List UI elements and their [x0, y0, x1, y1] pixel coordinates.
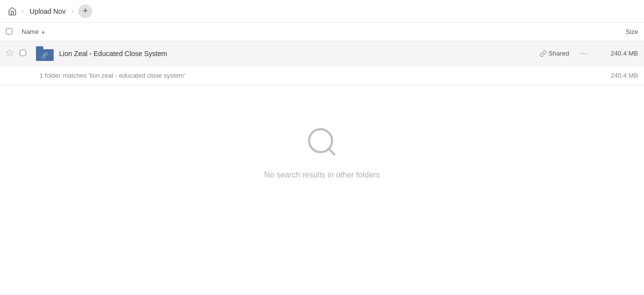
select-all-input[interactable]	[6, 28, 12, 34]
breadcrumb-folder[interactable]: Upload Nov	[27, 5, 68, 17]
file-row[interactable]: 🔗 Lion Zeal - Educated Close System Shar…	[0, 41, 644, 66]
file-size: 240.4 MB	[599, 50, 638, 57]
sort-indicator: ▲	[41, 29, 46, 34]
summary-row: 1 folder matches 'lion zeal - educated c…	[0, 66, 644, 86]
svg-text:🔗: 🔗	[41, 52, 48, 59]
folder-icon-wrapper: 🔗	[35, 44, 54, 63]
column-headers: Name ▲ Size	[0, 23, 644, 41]
folder-icon: 🔗	[36, 46, 54, 61]
svg-rect-2	[36, 46, 43, 51]
home-breadcrumb[interactable]	[6, 5, 19, 18]
select-all-checkbox[interactable]	[6, 28, 18, 36]
svg-line-8	[329, 149, 335, 155]
svg-point-5	[583, 53, 584, 54]
file-select-input[interactable]	[20, 50, 26, 56]
breadcrumb-chevron-1: ›	[21, 8, 25, 15]
summary-text: 1 folder matches 'lion zeal - educated c…	[39, 72, 599, 79]
svg-point-7	[309, 129, 332, 152]
svg-point-6	[586, 53, 587, 54]
shared-label: Shared	[548, 50, 569, 57]
summary-size: 240.4 MB	[599, 72, 638, 79]
svg-marker-0	[6, 49, 13, 56]
size-column-header[interactable]: Size	[599, 28, 638, 35]
link-icon	[540, 50, 547, 57]
empty-search-icon	[305, 125, 339, 161]
ellipsis-icon	[580, 50, 588, 58]
file-checkbox[interactable]	[20, 50, 32, 58]
shared-badge[interactable]: Shared	[540, 50, 569, 57]
name-column-header[interactable]: Name ▲	[22, 28, 599, 35]
breadcrumb-chevron-2: ›	[70, 8, 74, 15]
svg-point-4	[581, 53, 582, 54]
empty-state: No search results in other folders	[0, 86, 644, 199]
name-header-label: Name	[22, 28, 39, 35]
more-options-button[interactable]	[577, 47, 591, 60]
star-icon[interactable]	[6, 49, 18, 59]
empty-state-message: No search results in other folders	[264, 171, 380, 179]
add-button[interactable]: +	[78, 4, 92, 18]
breadcrumb-bar: › Upload Nov › +	[0, 0, 644, 23]
file-name: Lion Zeal - Educated Close System	[59, 50, 540, 58]
